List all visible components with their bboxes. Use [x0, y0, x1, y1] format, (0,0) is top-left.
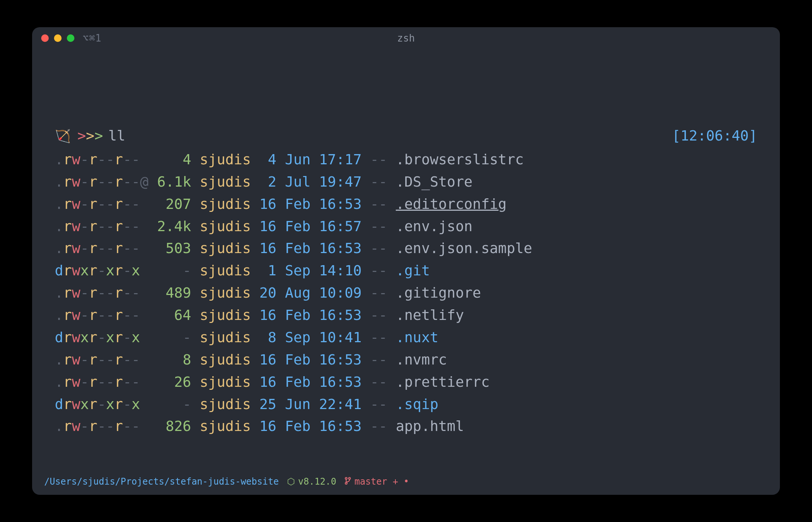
date-day: 16: [259, 215, 276, 238]
file-name: app.html: [396, 415, 464, 437]
permissions: .rw-r--r--: [55, 349, 140, 371]
date-month: Jun: [285, 393, 310, 415]
titlebar: ⌥⌘1 zsh: [32, 27, 780, 49]
separator: --: [370, 148, 387, 171]
date-month: Aug: [285, 282, 310, 304]
date-day: 16: [259, 415, 276, 437]
list-item: .rw-r--r-- 2.4k sjudis 16 Feb 16:57 -- .…: [55, 215, 757, 238]
date-month: Sep: [285, 259, 310, 282]
separator: --: [370, 259, 387, 282]
separator: --: [370, 349, 387, 371]
list-item: .rw-r--r-- 503 sjudis 16 Feb 16:53 -- .e…: [55, 237, 757, 259]
file-size: 2.4k: [148, 215, 191, 238]
list-item: .rw-r--r-- 4 sjudis 4 Jun 17:17 -- .brow…: [55, 148, 757, 171]
svg-point-2: [349, 477, 350, 479]
list-item: .rw-r--r-- 207 sjudis 16 Feb 16:53 -- .e…: [55, 193, 757, 215]
date-time: 16:53: [319, 415, 362, 437]
list-item: .rw-r--r--@6.1k sjudis 2 Jul 19:47 -- .D…: [55, 171, 757, 193]
separator: --: [370, 193, 387, 215]
close-icon[interactable]: [41, 34, 49, 42]
node-version-text: v8.12.0: [298, 476, 336, 487]
file-size: 826: [148, 415, 191, 437]
git-branch: master + •: [344, 476, 409, 487]
separator: --: [370, 237, 387, 259]
xattr-flag: [140, 349, 149, 371]
date-day: 16: [259, 349, 276, 371]
owner: sjudis: [200, 171, 251, 193]
file-size: 26: [148, 371, 191, 393]
owner: sjudis: [200, 237, 251, 259]
xattr-flag: [140, 215, 149, 238]
separator: --: [370, 415, 387, 437]
xattr-flag: [140, 282, 149, 304]
file-listing: .rw-r--r-- 4 sjudis 4 Jun 17:17 -- .brow…: [55, 148, 757, 437]
prompt-chevron: >: [94, 125, 103, 147]
svg-point-1: [346, 482, 347, 484]
date-month: Feb: [285, 215, 310, 238]
date-time: 16:53: [319, 371, 362, 393]
separator: --: [370, 282, 387, 304]
date-time: 10:41: [319, 326, 362, 349]
permissions: .rw-r--r--: [55, 282, 140, 304]
command-text: ll: [108, 125, 125, 147]
date-day: 16: [259, 193, 276, 215]
terminal-body[interactable]: 🏹 >>> ll [12:06:40] .rw-r--r-- 4 sjudis …: [32, 49, 780, 468]
owner: sjudis: [200, 326, 251, 349]
file-size: 8: [148, 349, 191, 371]
separator: --: [370, 371, 387, 393]
permissions: .rw-r--r--: [55, 171, 140, 193]
xattr-flag: [140, 193, 149, 215]
permissions: .rw-r--r--: [55, 215, 140, 238]
traffic-lights: [41, 34, 74, 42]
date-time: 22:41: [319, 393, 362, 415]
date-day: 20: [259, 282, 276, 304]
permissions: .rw-r--r--: [55, 371, 140, 393]
statusbar: /Users/sjudis/Projects/stefan-judis-webs…: [32, 468, 780, 495]
xattr-flag: [140, 326, 149, 349]
separator: --: [370, 215, 387, 238]
file-name: .netlify: [396, 304, 464, 326]
date-day: 8: [259, 326, 276, 349]
node-version: ⬡ v8.12.0: [287, 476, 336, 487]
date-month: Feb: [285, 415, 310, 437]
file-size: 503: [148, 237, 191, 259]
prompt-chevron: >: [86, 125, 95, 147]
terminal-window[interactable]: ⌥⌘1 zsh 🏹 >>> ll [12:06:40] .rw-r--r-- 4…: [32, 27, 780, 495]
file-name: .nvmrc: [396, 349, 447, 371]
file-name: .prettierrc: [396, 371, 489, 393]
list-item: .rw-r--r-- 64 sjudis 16 Feb 16:53 -- .ne…: [55, 304, 757, 326]
git-branch-text: master + •: [354, 476, 409, 487]
permissions: drwxr-xr-x: [55, 326, 140, 349]
minimize-icon[interactable]: [54, 34, 62, 42]
date-month: Sep: [285, 326, 310, 349]
date-time: 16:53: [319, 237, 362, 259]
window-title: zsh: [32, 32, 780, 44]
file-name: .sqip: [396, 393, 438, 415]
xattr-flag: [140, 237, 149, 259]
prompt-chevron: >: [77, 125, 86, 147]
date-day: 4: [259, 148, 276, 171]
list-item: drwxr-xr-x - sjudis 25 Jun 22:41 -- .sqi…: [55, 393, 757, 415]
owner: sjudis: [200, 193, 251, 215]
xattr-flag: [140, 304, 149, 326]
date-time: 14:10: [319, 259, 362, 282]
owner: sjudis: [200, 393, 251, 415]
permissions: .rw-r--r--: [55, 193, 140, 215]
date-month: Jun: [285, 148, 310, 171]
xattr-flag: [140, 371, 149, 393]
separator: --: [370, 171, 387, 193]
date-month: Feb: [285, 349, 310, 371]
xattr-flag: [140, 259, 149, 282]
file-size: 6.1k: [148, 171, 191, 193]
date-day: 2: [259, 171, 276, 193]
date-day: 1: [259, 259, 276, 282]
separator: --: [370, 326, 387, 349]
permissions: .rw-r--r--: [55, 237, 140, 259]
list-item: drwxr-xr-x - sjudis 8 Sep 10:41 -- .nuxt: [55, 326, 757, 349]
xattr-flag: [140, 148, 149, 171]
zoom-icon[interactable]: [67, 34, 74, 42]
owner: sjudis: [200, 304, 251, 326]
owner: sjudis: [200, 349, 251, 371]
date-day: 16: [259, 304, 276, 326]
file-name: .browserslistrc: [396, 148, 524, 171]
